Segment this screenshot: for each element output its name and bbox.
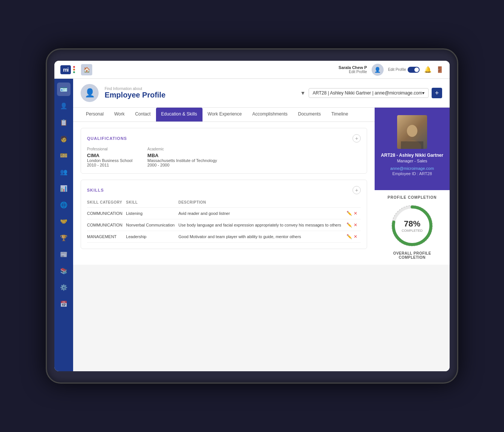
top-bar-right: Sarala Chew P Edit Profile 👤 Edit Profil…	[339, 64, 444, 76]
sidebar-item-person[interactable]: 🧑	[57, 132, 70, 146]
skill-category-cell: COMMUNICATION	[87, 208, 126, 219]
qualifications-title: QUALIFICATIONS	[87, 136, 127, 141]
sidebar-item-team[interactable]: 🤝	[57, 214, 70, 228]
qualifications-grid: Professional CIMA London Business School…	[87, 147, 361, 167]
page-header: 👤 Find Information about Employee Profil…	[73, 79, 450, 108]
svg-rect-2	[401, 141, 423, 149]
tab-contact[interactable]: Contact	[130, 108, 156, 122]
emp-id: Employee ID : ART28	[392, 171, 432, 176]
table-row: COMMUNICATION Nonverbal Communication Us…	[87, 219, 361, 231]
sidebar-item-group[interactable]: 👥	[57, 165, 70, 178]
skill-description-cell: Use body language and facial expression …	[178, 219, 347, 231]
content-wrapper: Personal Work Contact Education & Skills…	[73, 108, 375, 265]
tab-documents[interactable]: Documents	[293, 108, 326, 122]
page-avatar: 👤	[81, 84, 99, 102]
skills-header: SKILLS +	[87, 186, 361, 194]
skill-actions-cell: ✏️ ✕	[346, 231, 361, 243]
academic-name: MBA	[147, 153, 217, 158]
overall-label: OVERALL PROFILE COMPLETION	[380, 251, 444, 260]
skill-actions-cell: ✏️ ✕	[346, 208, 361, 219]
sidebar-item-globe[interactable]: 🌐	[57, 198, 70, 212]
table-row: MANAGEMENT Leadership Good Motivator and…	[87, 231, 361, 243]
device-frame: mi 🏠 Sarala Chew P Edit Profile 👤 Edit P…	[46, 48, 458, 384]
sidebar-item-book[interactable]: 📚	[57, 264, 70, 278]
donut-text: 78% COMPLETED	[402, 219, 423, 232]
filter-icon[interactable]: ▼	[300, 90, 306, 96]
donut-chart: 78% COMPLETED	[390, 203, 435, 248]
academic-years: 2000 - 2000	[147, 163, 217, 167]
tab-work-experience[interactable]: Work Experience	[202, 108, 247, 122]
sidebar-item-trophy[interactable]: 🏆	[57, 231, 70, 244]
sidebar-item-badge[interactable]: 🎫	[57, 148, 70, 162]
tabs-bar: Personal Work Contact Education & Skills…	[73, 108, 375, 122]
completion-card: PROFILE COMPLETION	[375, 190, 450, 265]
dropdown-chevron-icon: ▾	[422, 90, 424, 96]
add-employee-button[interactable]: +	[432, 88, 442, 98]
professional-qualification: Professional CIMA London Business School…	[87, 147, 132, 167]
delete-skill-button[interactable]: ✕	[354, 234, 357, 239]
logo-dots	[73, 66, 75, 73]
col-skill: SKILL	[126, 199, 178, 208]
logout-icon[interactable]: 🚪	[436, 66, 444, 73]
content-body: QUALIFICATIONS + Professional CIMA Londo…	[73, 122, 375, 265]
edit-skill-button[interactable]: ✏️	[346, 234, 352, 239]
home-button[interactable]: 🏠	[81, 64, 92, 75]
profile-card: ART28 - Ashley Nikki Gartner Manager - S…	[375, 108, 450, 190]
sidebar-item-chart[interactable]: 📊	[57, 182, 70, 195]
skill-description-cell: Good Motivator and team player with abil…	[178, 231, 347, 243]
main-layout: 🪪 👤 📋 🧑 🎫 👥 📊 🌐 🤝 🏆 📰 📚 ⚙️ 📅 👤	[54, 79, 450, 371]
edit-profile-link[interactable]: Edit Profile	[339, 70, 367, 74]
user-avatar[interactable]: 👤	[372, 64, 384, 76]
sidebar-item-id-card[interactable]: 🪪	[57, 82, 70, 96]
skill-category-cell: MANAGEMENT	[87, 231, 126, 243]
sidebar-item-list[interactable]: 📋	[57, 116, 70, 129]
emp-name: ART28 - Ashley Nikki Gartner	[381, 153, 443, 158]
add-skill-button[interactable]: +	[352, 186, 361, 194]
toggle-label: Edit Profile	[388, 68, 406, 72]
sidebar: 🪪 👤 📋 🧑 🎫 👥 📊 🌐 🤝 🏆 📰 📚 ⚙️ 📅	[54, 79, 73, 371]
delete-skill-button[interactable]: ✕	[354, 211, 357, 216]
page-subtitle: Find Information about	[105, 87, 165, 91]
tab-timeline[interactable]: Timeline	[326, 108, 353, 122]
profile-photo	[397, 115, 427, 149]
tab-work[interactable]: Work	[109, 108, 130, 122]
search-value: ART28 | Ashley Nikki Gartner | anne@micr…	[313, 90, 422, 96]
academic-school: Massachusetts Institute of Technology	[147, 158, 217, 163]
skills-title: SKILLS	[87, 188, 104, 192]
notification-icon[interactable]: 🔔	[424, 66, 432, 73]
professional-school: London Business School	[87, 158, 132, 163]
tab-personal[interactable]: Personal	[81, 108, 109, 122]
qualifications-header: QUALIFICATIONS +	[87, 134, 361, 142]
add-qualification-button[interactable]: +	[352, 134, 361, 142]
edit-skill-button[interactable]: ✏️	[346, 222, 352, 228]
logo-text: mi	[63, 67, 68, 73]
profile-photo-inner	[397, 115, 427, 149]
emp-title: Manager - Sales	[397, 159, 428, 163]
academic-qualification: Academic MBA Massachusetts Institute of …	[147, 147, 217, 167]
sidebar-item-user[interactable]: 👤	[57, 99, 70, 112]
logo-box: mi	[60, 65, 71, 74]
edit-skill-button[interactable]: ✏️	[346, 211, 352, 216]
content-area: 👤 Find Information about Employee Profil…	[73, 79, 450, 371]
col-actions	[346, 199, 361, 208]
right-panel: ART28 - Ashley Nikki Gartner Manager - S…	[375, 108, 450, 265]
screen: mi 🏠 Sarala Chew P Edit Profile 👤 Edit P…	[54, 61, 450, 371]
toggle-switch-control[interactable]	[408, 67, 420, 73]
completion-title: PROFILE COMPLETION	[380, 195, 444, 200]
skills-section: SKILLS + SKILL CATEGORY SKILL DESCRIPTIO…	[81, 180, 367, 249]
skill-category-cell: COMMUNICATION	[87, 219, 126, 231]
search-bar: ▼ ART28 | Ashley Nikki Gartner | anne@mi…	[300, 88, 442, 98]
qualifications-section: QUALIFICATIONS + Professional CIMA Londo…	[81, 128, 367, 174]
tab-accomplishments[interactable]: Accomplishments	[247, 108, 293, 122]
top-bar: mi 🏠 Sarala Chew P Edit Profile 👤 Edit P…	[54, 61, 450, 79]
main-grid: Personal Work Contact Education & Skills…	[73, 108, 450, 265]
sidebar-item-calendar[interactable]: 📅	[57, 297, 70, 310]
employee-search-select[interactable]: ART28 | Ashley Nikki Gartner | anne@micr…	[309, 88, 429, 98]
completed-label: COMPLETED	[402, 229, 423, 232]
sidebar-item-settings[interactable]: ⚙️	[57, 280, 70, 294]
sidebar-item-news[interactable]: 📰	[57, 248, 70, 261]
skills-table: SKILL CATEGORY SKILL DESCRIPTION COMMUNI…	[87, 199, 361, 243]
delete-skill-button[interactable]: ✕	[354, 222, 357, 228]
tab-education-skills[interactable]: Education & Skills	[156, 108, 202, 122]
emp-email: anne@microimage.com	[390, 166, 434, 171]
